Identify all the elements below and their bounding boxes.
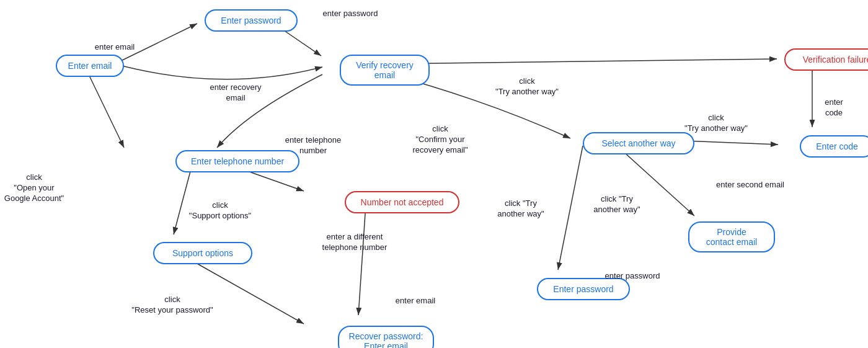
provide-contact-email-node[interactable]: Provide contact email — [688, 221, 775, 252]
lbl-enter-recovery: enter recovery email — [210, 83, 261, 104]
enter-password-top-node[interactable]: Enter password — [205, 9, 298, 32]
lbl-enter-telephone: enter telephone number — [285, 135, 341, 156]
lbl-enter-email-bot: enter email — [396, 296, 435, 306]
svg-line-4 — [89, 74, 124, 148]
lbl-enter-email: enter email — [95, 42, 135, 53]
enter-code-node[interactable]: Enter code — [800, 135, 868, 158]
lbl-click-reset: click "Reset your password" — [131, 295, 213, 316]
verification-failure-node[interactable]: Verification failure — [784, 48, 868, 71]
lbl-enter-second-email: enter second email — [716, 180, 784, 190]
support-options-node[interactable]: Support options — [153, 242, 252, 264]
lbl-enter-different: enter a different telephone number — [322, 232, 388, 253]
lbl-click-try-another2: click "Try another way" — [684, 113, 748, 134]
verify-recovery-email-node[interactable]: Verify recovery email — [340, 55, 430, 86]
svg-line-3 — [384, 59, 777, 64]
lbl-click-try-another: click "Try another way" — [495, 76, 559, 97]
recover-password-email-node[interactable]: Recover password: Enter email — [338, 326, 434, 348]
number-not-accepted-node[interactable]: Number not accepted — [345, 191, 459, 213]
enter-email-node[interactable]: Enter email — [56, 55, 124, 77]
lbl-enter-password-bot: enter password — [605, 271, 660, 282]
lbl-click-support: click "Support options" — [189, 200, 251, 221]
svg-line-7 — [358, 205, 366, 315]
lbl-enter-code: enter code — [817, 97, 851, 118]
lbl-click-confirm: click "Confirm your recovery email" — [412, 124, 467, 156]
select-another-way-node[interactable]: Select another way — [583, 132, 694, 154]
lbl-enter-password-top: enter password — [323, 9, 378, 19]
svg-line-6 — [174, 164, 192, 234]
lbl-click-try-another4: click "Try another way" — [593, 194, 640, 215]
lbl-click-open-google: click "Open your Google Account" — [4, 172, 64, 204]
enter-telephone-node[interactable]: Enter telephone number — [175, 150, 299, 172]
svg-line-10 — [558, 146, 583, 270]
lbl-click-try-another3: click "Try another way" — [497, 199, 544, 220]
